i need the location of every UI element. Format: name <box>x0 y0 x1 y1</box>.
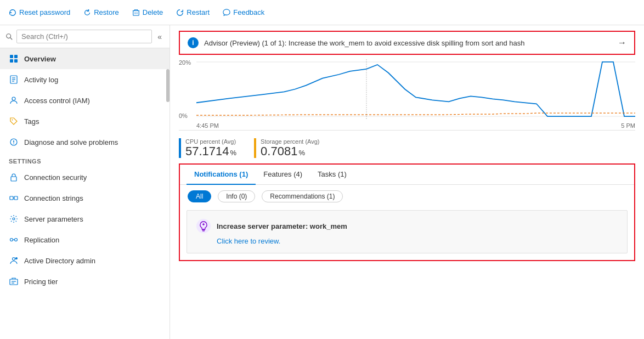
search-input[interactable] <box>16 30 152 43</box>
connection-strings-icon <box>9 193 19 203</box>
overview-icon <box>9 54 19 64</box>
restart-icon <box>176 9 184 16</box>
svg-point-23 <box>13 218 15 220</box>
chart-area: 20% 0% 4:45 PM 5 PM <box>179 59 635 131</box>
notifications-tabs: Notifications (1) Features (4) Tasks (1) <box>180 165 634 185</box>
svg-line-5 <box>10 37 13 39</box>
sidebar-item-connection-strings[interactable]: Connection strings <box>0 188 170 208</box>
sidebar-item-overview[interactable]: Overview <box>0 48 170 69</box>
notification-card-icon <box>196 218 211 234</box>
search-box: « <box>0 25 170 48</box>
sidebar-item-server-parameters[interactable]: Server parameters <box>0 208 170 229</box>
restart-button[interactable]: Restart <box>176 8 210 16</box>
cpu-metric-bar <box>179 138 181 158</box>
sidebar-scrollbar[interactable] <box>166 69 170 102</box>
replication-icon <box>9 235 19 245</box>
delete-icon <box>132 9 140 16</box>
pricing-tier-icon <box>9 276 19 286</box>
storage-metric-unit: % <box>298 149 305 157</box>
notification-card-title: Increase server parameter: work_mem <box>217 222 347 230</box>
svg-rect-7 <box>14 55 18 58</box>
svg-point-18 <box>13 143 14 144</box>
svg-point-28 <box>15 257 18 259</box>
activity-log-icon <box>9 75 19 84</box>
sidebar-item-diagnose[interactable]: Diagnose and solve problems <box>0 132 170 152</box>
notification-card-link[interactable]: Click here to review. <box>217 237 280 245</box>
access-control-icon <box>9 95 19 105</box>
advisor-banner-arrow: → <box>618 38 626 48</box>
settings-section-title: Settings <box>0 152 170 167</box>
tab-notifications[interactable]: Notifications (1) <box>187 165 256 185</box>
svg-rect-9 <box>14 59 18 63</box>
sidebar-item-access-control[interactable]: Access control (IAM) <box>0 90 170 111</box>
tab-features[interactable]: Features (4) <box>256 165 310 185</box>
storage-metric-info: Storage percent (Avg) 0.7081 % <box>261 138 319 158</box>
svg-point-14 <box>12 97 15 100</box>
cpu-metric-unit: % <box>230 149 237 157</box>
reset-password-icon <box>9 9 16 16</box>
toolbar: Reset password Restore Delete Restart Fe… <box>0 0 644 25</box>
restore-icon <box>83 9 91 16</box>
y-label-0: 0% <box>179 112 196 119</box>
tab-tasks[interactable]: Tasks (1) <box>310 165 354 185</box>
filter-recommendations-button[interactable]: Recommendations (1) <box>262 190 343 202</box>
sidebar: « Overview <box>0 25 170 339</box>
storage-metric: Storage percent (Avg) 0.7081 % <box>254 138 319 158</box>
cpu-metric: CPU percent (Avg) 57.1714 % <box>179 138 236 158</box>
svg-point-25 <box>15 239 18 241</box>
notification-card[interactable]: Increase server parameter: work_mem Clic… <box>187 210 628 253</box>
svg-rect-20 <box>10 196 13 200</box>
advisor-banner-text: Advisor (Preview) (1 of 1): Increase the… <box>204 39 525 47</box>
search-icon <box>5 33 13 41</box>
svg-rect-21 <box>14 196 18 200</box>
notification-card-header: Increase server parameter: work_mem <box>196 218 618 234</box>
advisor-banner[interactable]: i Advisor (Preview) (1 of 1): Increase t… <box>179 31 635 55</box>
collapse-sidebar-button[interactable]: « <box>155 32 164 41</box>
x-label-5pm: 5 PM <box>621 122 635 129</box>
chart-y-labels: 20% 0% <box>179 59 196 119</box>
main-layout: « Overview <box>0 25 644 339</box>
svg-point-4 <box>7 33 11 38</box>
sidebar-item-tags[interactable]: Tags <box>0 111 170 132</box>
svg-point-27 <box>13 258 15 261</box>
svg-rect-29 <box>10 279 18 285</box>
svg-point-15 <box>12 120 13 121</box>
feedback-icon <box>223 9 230 16</box>
storage-metric-bar <box>254 138 256 158</box>
notifications-panel: Notifications (1) Features (4) Tasks (1)… <box>179 163 635 261</box>
feedback-button[interactable]: Feedback <box>223 8 264 16</box>
cpu-metric-value: 57.1714 <box>185 145 229 158</box>
cpu-metric-info: CPU percent (Avg) 57.1714 % <box>185 138 236 158</box>
connection-security-icon <box>9 172 19 182</box>
svg-point-24 <box>10 239 13 241</box>
filter-info-button[interactable]: Info (0) <box>218 190 255 202</box>
reset-password-button[interactable]: Reset password <box>9 8 70 16</box>
diagnose-icon <box>9 137 19 147</box>
tags-icon <box>9 116 19 126</box>
delete-button[interactable]: Delete <box>132 8 163 16</box>
advisor-info-icon: i <box>188 37 199 48</box>
chart-x-labels: 4:45 PM 5 PM <box>196 122 635 129</box>
sidebar-item-pricing-tier[interactable]: Pricing tier <box>0 271 170 292</box>
notifications-filter-row: All Info (0) Recommendations (1) <box>180 185 634 208</box>
svg-rect-6 <box>10 55 13 58</box>
svg-rect-8 <box>10 59 13 63</box>
svg-rect-0 <box>133 10 139 15</box>
notification-card-description: Click here to review. <box>196 237 618 245</box>
y-label-20: 20% <box>179 59 196 66</box>
restore-button[interactable]: Restore <box>83 8 119 16</box>
sidebar-item-active-directory-admin[interactable]: Active Directory admin <box>0 250 170 271</box>
chart-svg <box>196 59 635 119</box>
x-label-445pm: 4:45 PM <box>196 122 219 129</box>
sidebar-item-connection-security[interactable]: Connection security <box>0 167 170 188</box>
storage-metric-value: 0.7081 <box>261 145 297 158</box>
svg-rect-19 <box>11 177 16 181</box>
sidebar-item-activity-log[interactable]: Activity log <box>0 69 170 90</box>
main-content: i Advisor (Preview) (1 of 1): Increase t… <box>170 25 644 339</box>
sidebar-item-replication[interactable]: Replication <box>0 229 170 250</box>
metrics-row: CPU percent (Avg) 57.1714 % Storage perc… <box>170 135 644 163</box>
active-directory-icon <box>9 256 19 265</box>
filter-all-button[interactable]: All <box>188 190 211 202</box>
server-parameters-icon <box>9 214 19 224</box>
